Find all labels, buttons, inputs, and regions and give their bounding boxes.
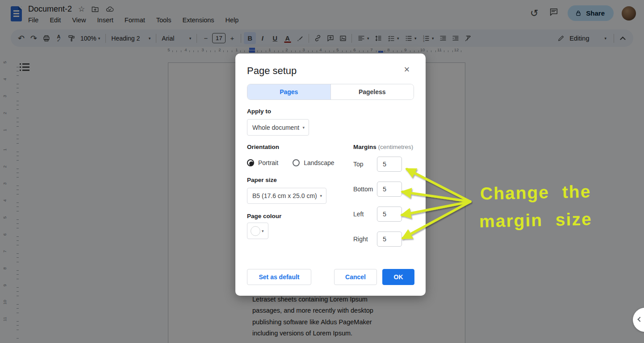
- tab-pages[interactable]: Pages: [247, 84, 330, 99]
- margin-top-input[interactable]: [377, 157, 402, 172]
- tab-pageless[interactable]: Pageless: [330, 84, 414, 99]
- apply-to-select[interactable]: Whole document ▾: [247, 119, 309, 136]
- page-setup-dialog: Page setup × Pages Pageless Apply to Who…: [235, 54, 426, 296]
- margin-left-label: Left: [353, 207, 376, 222]
- set-as-default-button[interactable]: Set as default: [247, 269, 311, 285]
- paper-size-label: Paper size: [247, 177, 277, 183]
- paper-size-select[interactable]: B5 (17.6 cm x 25.0 cm) ▾: [247, 188, 326, 204]
- portrait-label: Portrait: [258, 159, 278, 166]
- margin-bottom-input[interactable]: [377, 182, 402, 197]
- dialog-title: Page setup: [247, 65, 297, 77]
- page-colour-label: Page colour: [247, 213, 281, 219]
- dialog-tabs: Pages Pageless: [247, 84, 414, 100]
- ok-button[interactable]: OK: [382, 269, 414, 285]
- margin-right-label: Right: [353, 231, 376, 247]
- close-icon[interactable]: ×: [401, 63, 413, 76]
- landscape-radio[interactable]: [293, 159, 300, 166]
- chevron-down-icon: ▾: [260, 229, 268, 233]
- page-colour-select[interactable]: ▾: [247, 223, 268, 239]
- apply-to-label: Apply to: [247, 108, 271, 115]
- margin-top-label: Top: [353, 157, 376, 172]
- chevron-down-icon: ▾: [320, 194, 326, 198]
- landscape-label: Landscape: [304, 159, 335, 166]
- margin-left-input[interactable]: [377, 207, 402, 222]
- margin-bottom-label: Bottom: [353, 182, 376, 197]
- chevron-down-icon: ▾: [302, 125, 309, 130]
- portrait-radio[interactable]: [247, 159, 254, 166]
- chevron-left-icon: [637, 317, 642, 322]
- colour-swatch: [251, 226, 260, 236]
- margin-right-input[interactable]: [377, 231, 402, 247]
- cancel-button[interactable]: Cancel: [334, 269, 377, 285]
- orientation-label: Orientation: [247, 144, 279, 150]
- margins-header: Margins (centimetres): [353, 144, 413, 150]
